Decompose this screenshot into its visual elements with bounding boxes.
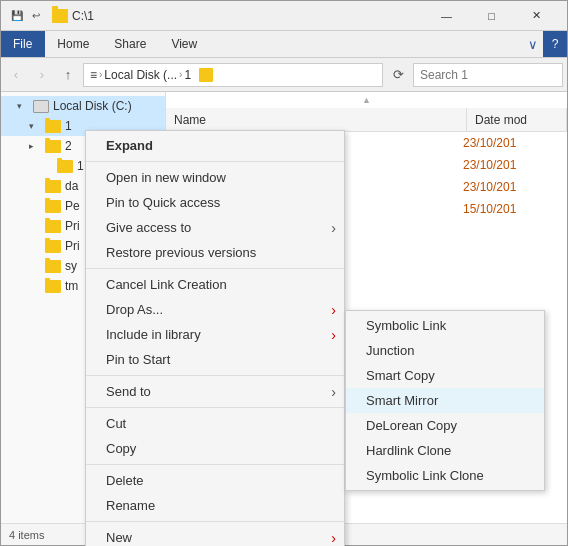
- tab-view[interactable]: View: [159, 31, 210, 57]
- up-button[interactable]: ↑: [57, 64, 79, 86]
- col-header-date[interactable]: Date mod: [467, 108, 567, 131]
- path-breadcrumb: ≡ › Local Disk (... › 1: [90, 68, 191, 82]
- maximize-button[interactable]: □: [469, 1, 514, 31]
- tab-file[interactable]: File: [1, 31, 45, 57]
- title-bar-icons: 💾 ↩: [9, 8, 44, 24]
- menu-item-pin-quick-access[interactable]: Pin to Quick access: [86, 190, 344, 215]
- menu-item-cut[interactable]: Cut: [86, 411, 344, 436]
- ribbon: File Home Share View ∨ ?: [1, 31, 567, 58]
- folder-title-icon: [52, 9, 68, 23]
- sidebar-label-sy: sy: [65, 259, 77, 273]
- menu-item-pin-start[interactable]: Pin to Start: [86, 347, 344, 372]
- window-title: C:\1: [72, 9, 94, 23]
- menu-item-cancel-link[interactable]: Cancel Link Creation: [86, 272, 344, 297]
- forward-button[interactable]: ›: [31, 64, 53, 86]
- expand-arrow: ▾: [17, 101, 29, 111]
- separator-1: [86, 161, 344, 162]
- menu-item-include-library[interactable]: Include in library ›: [86, 322, 344, 347]
- file-date-2: 23/10/201: [463, 158, 563, 172]
- separator-2: [86, 268, 344, 269]
- expand-arrow-2: ▸: [29, 141, 41, 151]
- path-arrow-2: ›: [179, 69, 182, 80]
- folder-icon-pe: [45, 200, 61, 213]
- file-list-header: Name Date mod: [166, 108, 567, 132]
- separator-3: [86, 375, 344, 376]
- submenu-item-symbolic-link[interactable]: Symbolic Link: [346, 313, 544, 338]
- address-path[interactable]: ≡ › Local Disk (... › 1: [83, 63, 383, 87]
- folder-icon-sy: [45, 260, 61, 273]
- expand-arrow-1: ▾: [29, 121, 41, 131]
- window-controls: — □ ✕: [424, 1, 559, 31]
- undo-icon[interactable]: ↩: [28, 8, 44, 24]
- help-button[interactable]: ?: [543, 31, 567, 57]
- file-date-3: 23/10/201: [463, 180, 563, 194]
- folder-icon-2: [45, 140, 61, 153]
- sidebar-label-2: 2: [65, 139, 72, 153]
- menu-item-new[interactable]: New ›: [86, 525, 344, 546]
- folder-icon-pri1: [45, 220, 61, 233]
- folder-icon-1: [45, 120, 61, 133]
- menu-item-expand[interactable]: Expand: [86, 133, 344, 158]
- close-button[interactable]: ✕: [514, 1, 559, 31]
- address-bar: ‹ › ↑ ≡ › Local Disk (... › 1 ⟳ 🔍: [1, 58, 567, 92]
- title-bar: 💾 ↩ C:\1 — □ ✕: [1, 1, 567, 31]
- refresh-button[interactable]: ⟳: [387, 64, 409, 86]
- sidebar-label-pri1: Pri: [65, 219, 80, 233]
- sidebar-label-1: 1: [65, 119, 72, 133]
- sidebar-label-local-disk: Local Disk (C:): [53, 99, 132, 113]
- path-segment-2: Local Disk (...: [104, 68, 177, 82]
- submenu-item-delorean-copy[interactable]: DeLorean Copy: [346, 413, 544, 438]
- submenu-item-junction[interactable]: Junction: [346, 338, 544, 363]
- folder-icon-1s: [57, 160, 73, 173]
- search-input[interactable]: [420, 68, 568, 82]
- menu-item-drop-as[interactable]: Drop As... ›: [86, 297, 344, 322]
- scroll-up-indicator: ▲: [166, 92, 567, 108]
- menu-item-restore-versions[interactable]: Restore previous versions: [86, 240, 344, 265]
- search-box[interactable]: 🔍: [413, 63, 563, 87]
- submenu: Symbolic Link Junction Smart Copy Smart …: [345, 310, 545, 491]
- separator-5: [86, 464, 344, 465]
- status-text: 4 items: [9, 529, 44, 541]
- minimize-button[interactable]: —: [424, 1, 469, 31]
- menu-item-send-to[interactable]: Send to: [86, 379, 344, 404]
- sidebar-item-local-disk[interactable]: ▾ Local Disk (C:): [1, 96, 165, 116]
- hdd-icon: [33, 100, 49, 113]
- path-segment-1: ≡: [90, 68, 97, 82]
- submenu-item-hardlink-clone[interactable]: Hardlink Clone: [346, 438, 544, 463]
- context-menu: Expand Open in new window Pin to Quick a…: [85, 130, 345, 546]
- ribbon-expand-icon[interactable]: ∨: [523, 31, 543, 57]
- file-date-1: 23/10/201: [463, 136, 563, 150]
- sidebar-label-da: da: [65, 179, 78, 193]
- menu-item-give-access[interactable]: Give access to: [86, 215, 344, 240]
- col-header-name[interactable]: Name: [166, 108, 467, 131]
- tab-share[interactable]: Share: [102, 31, 159, 57]
- submenu-item-smart-mirror[interactable]: Smart Mirror: [346, 388, 544, 413]
- sidebar-label-1s: 1: [77, 159, 84, 173]
- menu-item-open-new-window[interactable]: Open in new window: [86, 165, 344, 190]
- save-icon[interactable]: 💾: [9, 8, 25, 24]
- tab-home[interactable]: Home: [45, 31, 102, 57]
- folder-icon-da: [45, 180, 61, 193]
- submenu-item-smart-copy[interactable]: Smart Copy: [346, 363, 544, 388]
- folder-icon-tm: [45, 280, 61, 293]
- folder-icon-pri2: [45, 240, 61, 253]
- file-date-4: 15/10/201: [463, 202, 563, 216]
- separator-4: [86, 407, 344, 408]
- path-folder-icon: [199, 68, 213, 82]
- sidebar-label-pri2: Pri: [65, 239, 80, 253]
- back-button[interactable]: ‹: [5, 64, 27, 86]
- path-arrow-1: ›: [99, 69, 102, 80]
- sidebar-label-pe: Pe: [65, 199, 80, 213]
- path-segment-3: 1: [184, 68, 191, 82]
- sidebar-label-tm: tm: [65, 279, 78, 293]
- menu-item-copy[interactable]: Copy: [86, 436, 344, 461]
- ribbon-tabs: File Home Share View ∨ ?: [1, 31, 567, 57]
- separator-6: [86, 521, 344, 522]
- submenu-item-symbolic-link-clone[interactable]: Symbolic Link Clone: [346, 463, 544, 488]
- window-title-area: C:\1: [52, 9, 234, 23]
- menu-item-delete[interactable]: Delete: [86, 468, 344, 493]
- menu-item-rename[interactable]: Rename: [86, 493, 344, 518]
